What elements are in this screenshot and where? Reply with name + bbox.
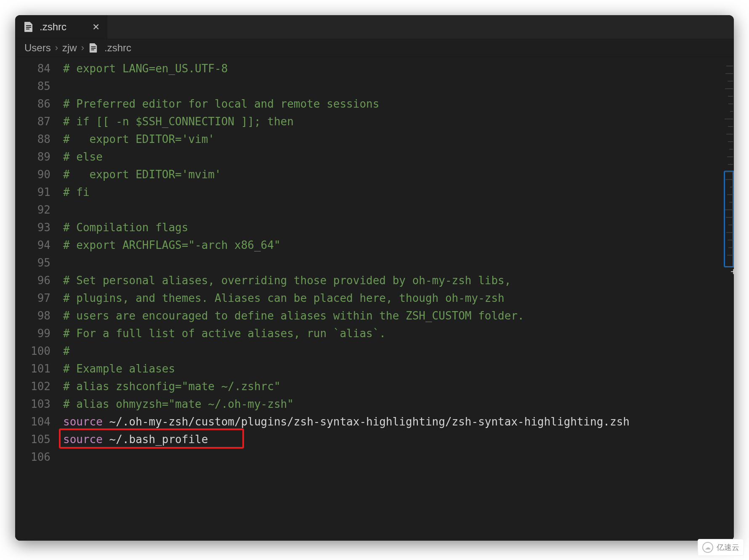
code-line[interactable]: # Compilation flags [63,219,629,236]
line-number: 99 [15,325,63,342]
svg-rect-5 [91,50,94,50]
file-icon [88,43,98,53]
file-icon [24,22,34,32]
editor-body[interactable]: 8485868788899091929394959697989910010110… [15,57,734,541]
code-line[interactable] [63,77,629,95]
line-number: 89 [15,148,63,166]
code-line[interactable] [63,201,629,219]
line-number: 102 [15,378,63,395]
code-line[interactable]: # fi [63,183,629,201]
code-line[interactable]: source ~/.oh-my-zsh/custom/plugins/zsh-s… [63,413,629,431]
code-line[interactable]: source ~/.bash_profile [63,431,629,448]
line-number: 84 [15,60,63,77]
tab-zshrc[interactable]: .zshrc × [15,15,107,39]
code-line[interactable]: # export ARCHFLAGS="-arch x86_64" [63,236,629,254]
tab-label: .zshrc [40,21,66,33]
code-line[interactable]: # alias zshconfig="mate ~/.zshrc" [63,378,629,395]
code-line[interactable]: # users are encouraged to define aliases… [63,307,629,325]
tab-bar: .zshrc × [15,15,734,39]
minimap-viewport[interactable] [724,171,734,267]
line-number: 95 [15,254,63,272]
svg-rect-2 [26,29,29,29]
svg-rect-1 [26,27,31,28]
breadcrumb-item[interactable]: Users [24,42,51,54]
code-line[interactable]: # [63,342,629,360]
code-line[interactable] [63,448,629,466]
code-line[interactable]: # Example aliases [63,360,629,378]
watermark: ☁ 亿速云 [698,539,744,556]
code-line[interactable]: # export LANG=en_US.UTF-8 [63,60,629,77]
code-line[interactable]: # export EDITOR='vim' [63,130,629,148]
line-number: 94 [15,236,63,254]
code-line[interactable]: # Set personal aliases, overriding those… [63,272,629,289]
line-number: 87 [15,113,63,130]
minimap[interactable]: + [722,57,734,541]
code-line[interactable]: # Preferred editor for local and remote … [63,95,629,113]
line-number: 103 [15,395,63,413]
line-number: 104 [15,413,63,431]
line-number: 98 [15,307,63,325]
code-area[interactable]: # export LANG=en_US.UTF-8# Preferred edi… [63,57,629,541]
code-line[interactable] [63,254,629,272]
close-icon[interactable]: × [93,21,99,33]
line-number: 92 [15,201,63,219]
svg-rect-3 [91,46,96,47]
editor-window: .zshrc × Users › zjw › .zshrc 8485868788… [15,15,734,541]
line-number: 85 [15,77,63,95]
line-number: 88 [15,130,63,148]
code-line[interactable]: # plugins, and themes. Aliases can be pl… [63,289,629,307]
line-number: 91 [15,183,63,201]
chevron-right-icon: › [55,42,58,53]
line-number: 100 [15,342,63,360]
code-line[interactable]: # alias ohmyzsh="mate ~/.oh-my-zsh" [63,395,629,413]
minimap-cursor-icon: + [730,267,734,277]
line-number: 93 [15,219,63,236]
code-line[interactable]: # if [[ -n $SSH_CONNECTION ]]; then [63,113,629,130]
gutter: 8485868788899091929394959697989910010110… [15,57,63,541]
breadcrumb-item[interactable]: zjw [62,42,77,54]
chevron-right-icon: › [81,42,84,53]
line-number: 90 [15,166,63,183]
breadcrumb-item[interactable]: .zshrc [88,42,131,54]
line-number: 96 [15,272,63,289]
svg-rect-4 [91,48,96,49]
breadcrumb: Users › zjw › .zshrc [15,39,734,57]
breadcrumb-label: .zshrc [104,42,131,54]
code-line[interactable]: # export EDITOR='mvim' [63,166,629,183]
line-number: 105 [15,431,63,448]
watermark-text: 亿速云 [717,542,739,552]
code-line[interactable]: # For a full list of active aliases, run… [63,325,629,342]
svg-rect-0 [26,25,31,26]
code-line[interactable]: # else [63,148,629,166]
line-number: 86 [15,95,63,113]
watermark-logo-icon: ☁ [702,542,713,553]
line-number: 101 [15,360,63,378]
line-number: 106 [15,448,63,466]
line-number: 97 [15,289,63,307]
